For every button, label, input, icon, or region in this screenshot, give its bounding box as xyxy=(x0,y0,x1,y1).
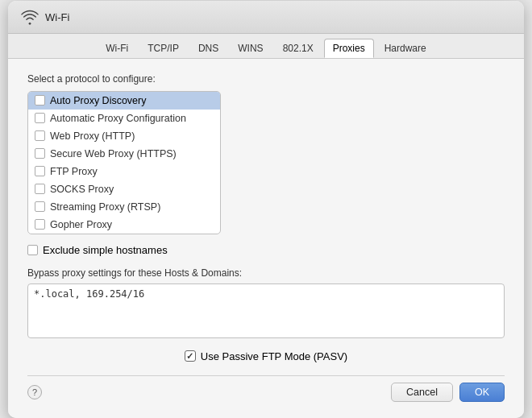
protocol-label-ftp: FTP Proxy xyxy=(50,166,98,177)
tab-tcpip[interactable]: TCP/IP xyxy=(139,39,188,58)
protocol-item-socks[interactable]: SOCKS Proxy xyxy=(28,180,220,198)
exclude-hostnames-label: Exclude simple hostnames xyxy=(43,244,168,256)
protocol-item-gopher[interactable]: Gopher Proxy xyxy=(28,216,220,234)
protocol-label-auto-proxy: Auto Proxy Discovery xyxy=(50,95,146,106)
protocol-item-https[interactable]: Secure Web Proxy (HTTPS) xyxy=(28,145,220,163)
protocol-checkbox-auto-proxy[interactable] xyxy=(35,95,45,106)
protocol-checkbox-ftp[interactable] xyxy=(35,166,45,176)
tab-proxies[interactable]: Proxies xyxy=(324,39,374,58)
cancel-button[interactable]: Cancel xyxy=(391,383,453,402)
tab-wifi[interactable]: Wi-Fi xyxy=(97,39,137,58)
protocol-label-gopher: Gopher Proxy xyxy=(50,219,112,230)
protocol-label-auto-config: Automatic Proxy Configuration xyxy=(50,113,186,124)
main-window: Wi-Fi Wi-Fi TCP/IP DNS WINS 802.1X Proxi… xyxy=(8,1,524,418)
passive-ftp-checkbox[interactable] xyxy=(185,350,196,362)
exclude-row: Exclude simple hostnames xyxy=(27,244,505,256)
protocol-label-https: Secure Web Proxy (HTTPS) xyxy=(50,148,177,159)
protocol-checkbox-http[interactable] xyxy=(35,130,45,141)
protocol-checkbox-auto-config[interactable] xyxy=(35,113,45,123)
help-button[interactable]: ? xyxy=(27,385,42,399)
passive-ftp-row: Use Passive FTP Mode (PASV) xyxy=(27,350,505,362)
window-title: Wi-Fi xyxy=(45,11,69,23)
tab-hardware[interactable]: Hardware xyxy=(376,39,435,58)
tab-wins[interactable]: WINS xyxy=(229,39,272,58)
protocol-list: Auto Proxy Discovery Automatic Proxy Con… xyxy=(27,91,221,234)
tabs-bar: Wi-Fi TCP/IP DNS WINS 802.1X Proxies Har… xyxy=(8,34,524,59)
protocol-checkbox-https[interactable] xyxy=(35,148,45,159)
titlebar: Wi-Fi xyxy=(8,1,524,34)
protocol-checkbox-rtsp[interactable] xyxy=(35,201,45,212)
ok-button[interactable]: OK xyxy=(459,383,505,402)
bypass-textarea[interactable]: *.local, 169.254/16 xyxy=(27,283,505,338)
protocol-label-socks: SOCKS Proxy xyxy=(50,184,114,195)
exclude-hostnames-checkbox[interactable] xyxy=(27,245,38,255)
protocol-label-rtsp: Streaming Proxy (RTSP) xyxy=(50,201,160,213)
protocol-item-auto-config[interactable]: Automatic Proxy Configuration xyxy=(28,110,220,127)
passive-ftp-label: Use Passive FTP Mode (PASV) xyxy=(201,350,347,362)
protocol-item-ftp[interactable]: FTP Proxy xyxy=(28,163,220,180)
bypass-section-label: Bypass proxy settings for these Hosts & … xyxy=(27,267,505,279)
tab-dns[interactable]: DNS xyxy=(189,39,227,58)
protocol-label-http: Web Proxy (HTTP) xyxy=(50,130,135,142)
protocol-item-http[interactable]: Web Proxy (HTTP) xyxy=(28,127,220,145)
protocol-item-auto-proxy[interactable]: Auto Proxy Discovery xyxy=(28,92,220,110)
protocol-checkbox-gopher[interactable] xyxy=(35,219,45,230)
tab-8021x[interactable]: 802.1X xyxy=(274,39,322,58)
content-area: Select a protocol to configure: Auto Pro… xyxy=(8,59,524,418)
protocol-checkbox-socks[interactable] xyxy=(35,184,45,194)
protocol-item-rtsp[interactable]: Streaming Proxy (RTSP) xyxy=(28,198,220,216)
wifi-icon xyxy=(21,9,39,27)
action-buttons: Cancel OK xyxy=(391,383,505,402)
protocol-section-label: Select a protocol to configure: xyxy=(27,73,505,85)
footer: ? Cancel OK xyxy=(27,375,505,405)
